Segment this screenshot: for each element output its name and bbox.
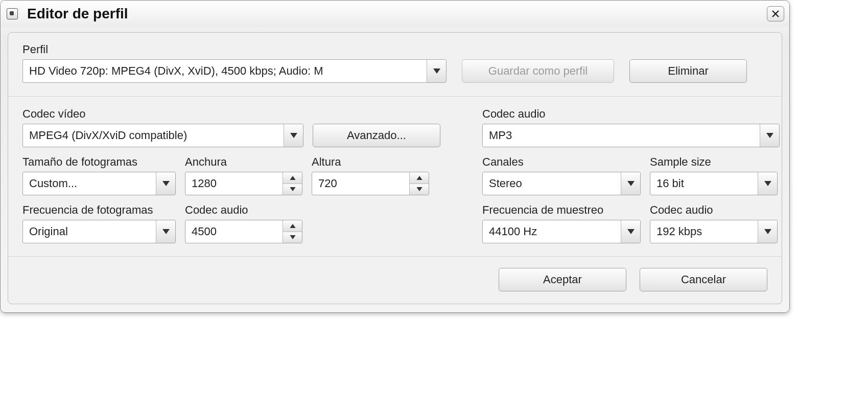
titlebar: Editor de perfil bbox=[1, 1, 789, 27]
width-down-button[interactable] bbox=[283, 184, 302, 195]
video-bitrate-down-button[interactable] bbox=[283, 232, 302, 243]
height-value: 720 bbox=[312, 172, 409, 195]
frame-size-value: Custom... bbox=[23, 172, 156, 195]
video-codec-dropdown[interactable]: MPEG4 (DivX/XviD compatible) bbox=[22, 124, 303, 147]
close-button[interactable] bbox=[767, 6, 784, 21]
audio-codec-value: MP3 bbox=[483, 124, 760, 147]
profile-editor-dialog: Editor de perfil Perfil HD Video 720p: M… bbox=[0, 0, 790, 313]
dialog-title: Editor de perfil bbox=[27, 6, 767, 22]
video-bitrate-spinner[interactable]: 4500 bbox=[185, 220, 302, 243]
sample-rate-label: Frecuencia de muestreo bbox=[482, 203, 641, 217]
chevron-down-icon bbox=[764, 229, 771, 234]
channels-value: Stereo bbox=[483, 172, 621, 195]
audio-codec-label: Codec audio bbox=[482, 107, 784, 121]
frame-rate-value: Original bbox=[23, 220, 156, 243]
audio-bitrate-dropdown[interactable]: 192 kbps bbox=[650, 220, 778, 243]
frame-size-dropdown-button[interactable] bbox=[156, 172, 175, 195]
audio-bitrate-label: Codec audio bbox=[650, 203, 778, 217]
width-up-button[interactable] bbox=[283, 172, 302, 184]
height-spinner[interactable]: 720 bbox=[312, 172, 429, 195]
frame-rate-label: Frecuencia de fotogramas bbox=[22, 203, 176, 217]
sample-rate-dropdown[interactable]: 44100 Hz bbox=[482, 220, 641, 243]
close-icon bbox=[772, 10, 779, 17]
chevron-down-icon bbox=[433, 69, 440, 74]
profile-dropdown-button[interactable] bbox=[427, 60, 446, 82]
video-codec-label: Codec vídeo bbox=[22, 107, 303, 121]
width-value: 1280 bbox=[185, 172, 283, 195]
chevron-down-icon bbox=[627, 181, 635, 186]
codec-section: Codec vídeo MPEG4 (DivX/XviD compatible)… bbox=[8, 97, 782, 257]
profile-dropdown-value: HD Video 720p: MPEG4 (DivX, XviD), 4500 … bbox=[23, 60, 427, 82]
audio-column: Codec audio MP3 Canales Stereo bbox=[482, 107, 784, 243]
video-bitrate-up-button[interactable] bbox=[283, 220, 302, 232]
frame-size-label: Tamaño de fotogramas bbox=[22, 155, 176, 169]
video-bitrate-label: Codec audio bbox=[185, 203, 302, 217]
frame-size-dropdown[interactable]: Custom... bbox=[22, 172, 176, 195]
delete-profile-button[interactable]: Eliminar bbox=[629, 59, 747, 83]
audio-codec-dropdown[interactable]: MP3 bbox=[482, 124, 780, 147]
save-as-profile-button[interactable]: Guardar como perfil bbox=[462, 59, 614, 83]
height-label: Altura bbox=[312, 155, 429, 169]
frame-rate-dropdown-button[interactable] bbox=[156, 220, 175, 243]
sample-rate-value: 44100 Hz bbox=[483, 220, 621, 243]
advanced-button[interactable]: Avanzado... bbox=[313, 124, 440, 147]
accept-button[interactable]: Aceptar bbox=[499, 268, 626, 291]
channels-dropdown[interactable]: Stereo bbox=[482, 172, 641, 195]
height-up-button[interactable] bbox=[410, 172, 429, 184]
height-down-button[interactable] bbox=[410, 184, 429, 195]
dialog-content: Perfil HD Video 720p: MPEG4 (DivX, XviD)… bbox=[8, 32, 782, 304]
triangle-down-icon bbox=[416, 187, 423, 191]
profile-label: Perfil bbox=[22, 43, 447, 56]
frame-rate-dropdown[interactable]: Original bbox=[22, 220, 176, 243]
channels-label: Canales bbox=[482, 155, 641, 169]
video-codec-dropdown-button[interactable] bbox=[284, 124, 303, 147]
sample-size-dropdown[interactable]: 16 bit bbox=[650, 172, 778, 195]
chevron-down-icon bbox=[162, 181, 170, 186]
profile-section: Perfil HD Video 720p: MPEG4 (DivX, XviD)… bbox=[8, 33, 782, 96]
sample-rate-dropdown-button[interactable] bbox=[621, 220, 640, 243]
video-column: Codec vídeo MPEG4 (DivX/XviD compatible)… bbox=[22, 107, 447, 243]
channels-dropdown-button[interactable] bbox=[621, 172, 640, 195]
triangle-up-icon bbox=[290, 176, 296, 180]
profile-dropdown[interactable]: HD Video 720p: MPEG4 (DivX, XviD), 4500 … bbox=[22, 59, 447, 83]
sample-size-dropdown-button[interactable] bbox=[758, 172, 777, 195]
cancel-button[interactable]: Cancelar bbox=[640, 268, 767, 291]
window-system-icon bbox=[7, 8, 18, 19]
chevron-down-icon bbox=[290, 133, 297, 138]
width-label: Anchura bbox=[185, 155, 302, 169]
triangle-up-icon bbox=[290, 224, 296, 228]
triangle-up-icon bbox=[416, 176, 423, 180]
sample-size-label: Sample size bbox=[650, 155, 778, 169]
chevron-down-icon bbox=[627, 229, 635, 234]
triangle-down-icon bbox=[290, 235, 296, 239]
audio-bitrate-value: 192 kbps bbox=[650, 220, 758, 243]
chevron-down-icon bbox=[162, 229, 170, 234]
width-spinner[interactable]: 1280 bbox=[185, 172, 302, 195]
chevron-down-icon bbox=[766, 133, 773, 138]
audio-bitrate-dropdown-button[interactable] bbox=[758, 220, 777, 243]
video-codec-value: MPEG4 (DivX/XviD compatible) bbox=[23, 124, 284, 147]
video-bitrate-value: 4500 bbox=[185, 220, 283, 243]
triangle-down-icon bbox=[290, 187, 296, 191]
dialog-actions: Aceptar Cancelar bbox=[8, 258, 782, 304]
sample-size-value: 16 bit bbox=[650, 172, 758, 195]
chevron-down-icon bbox=[764, 181, 771, 186]
audio-codec-dropdown-button[interactable] bbox=[760, 124, 779, 147]
